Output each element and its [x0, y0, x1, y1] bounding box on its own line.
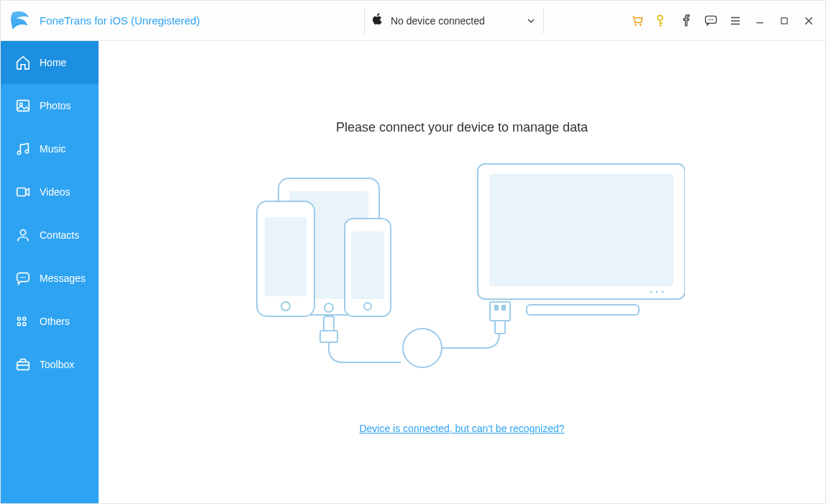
sidebar-item-home[interactable]: Home [1, 41, 99, 84]
svg-rect-43 [494, 305, 499, 311]
sidebar-item-videos[interactable]: Videos [1, 170, 99, 214]
close-button[interactable] [796, 9, 821, 33]
svg-point-19 [23, 317, 26, 320]
logo-block: FoneTrans for iOS (Unregistered) [8, 9, 200, 33]
apple-icon [372, 13, 384, 29]
sidebar-item-label: Messages [40, 272, 86, 284]
svg-point-18 [17, 317, 20, 320]
svg-rect-27 [265, 217, 307, 296]
device-dropdown[interactable]: No device connected [364, 8, 544, 34]
sidebar-item-label: Home [40, 57, 66, 68]
svg-point-34 [650, 291, 653, 293]
svg-rect-40 [320, 331, 337, 342]
svg-rect-12 [17, 188, 26, 196]
messages-icon [15, 270, 31, 286]
sidebar-item-toolbox[interactable]: Toolbox [1, 343, 99, 386]
svg-rect-44 [502, 305, 506, 311]
menu-button[interactable] [723, 9, 748, 33]
svg-point-38 [403, 329, 442, 367]
contacts-icon [15, 227, 31, 243]
facebook-button[interactable] [674, 9, 699, 33]
sidebar-item-photos[interactable]: Photos [1, 84, 99, 127]
chevron-down-icon [526, 16, 536, 26]
photos-icon [15, 98, 31, 114]
svg-point-15 [20, 277, 22, 278]
sidebar-item-label: Photos [40, 100, 71, 111]
register-key-button[interactable] [650, 9, 674, 33]
home-icon [15, 55, 31, 70]
svg-point-16 [22, 277, 24, 278]
others-icon [15, 313, 31, 329]
svg-point-4 [709, 19, 710, 20]
cart-button[interactable] [625, 9, 650, 33]
connect-illustration [239, 161, 685, 380]
sidebar-item-contacts[interactable]: Contacts [1, 214, 99, 257]
sidebar-item-label: Videos [40, 186, 71, 198]
device-dropdown-label: No device connected [391, 15, 485, 27]
device-not-recognized-link[interactable]: Device is connected, but can't be recogn… [359, 423, 564, 434]
videos-icon [15, 184, 31, 200]
svg-point-17 [24, 277, 26, 278]
connect-prompt: Please connect your device to manage dat… [336, 120, 588, 135]
svg-point-0 [635, 24, 637, 26]
svg-point-1 [640, 24, 642, 26]
app-title: FoneTrans for iOS (Unregistered) [40, 14, 200, 27]
svg-point-10 [17, 151, 21, 155]
minimize-button[interactable] [748, 9, 772, 33]
sidebar-item-music[interactable]: Music [1, 127, 99, 170]
svg-point-11 [25, 150, 29, 153]
sidebar-item-label: Music [40, 143, 66, 155]
content: Home Photos Music Videos Contacts [1, 41, 825, 503]
svg-rect-8 [17, 101, 30, 111]
svg-rect-42 [490, 302, 510, 321]
sidebar-item-messages[interactable]: Messages [1, 257, 99, 300]
svg-rect-33 [489, 174, 673, 286]
svg-rect-7 [781, 17, 787, 23]
titlebar: FoneTrans for iOS (Unregistered) No devi… [1, 1, 825, 41]
titlebar-actions [625, 9, 821, 33]
svg-point-36 [662, 291, 664, 293]
svg-point-5 [710, 19, 712, 20]
svg-rect-30 [351, 232, 384, 299]
svg-point-2 [658, 15, 663, 20]
sidebar: Home Photos Music Videos Contacts [1, 41, 99, 503]
maximize-button[interactable] [772, 9, 796, 33]
main-pane: Please connect your device to manage dat… [99, 41, 825, 503]
sidebar-item-label: Others [40, 316, 70, 327]
svg-point-21 [23, 323, 26, 326]
sidebar-item-label: Contacts [40, 229, 79, 241]
app-logo-icon [8, 9, 32, 33]
svg-point-35 [656, 291, 658, 293]
svg-point-13 [20, 230, 25, 235]
svg-point-20 [17, 323, 20, 326]
music-icon [15, 141, 31, 157]
feedback-button[interactable] [699, 9, 723, 33]
svg-point-6 [712, 19, 714, 20]
sidebar-item-label: Toolbox [40, 359, 74, 370]
toolbox-icon [15, 357, 31, 372]
sidebar-item-others[interactable]: Others [1, 300, 99, 343]
svg-rect-37 [527, 305, 639, 315]
svg-rect-22 [17, 362, 30, 370]
